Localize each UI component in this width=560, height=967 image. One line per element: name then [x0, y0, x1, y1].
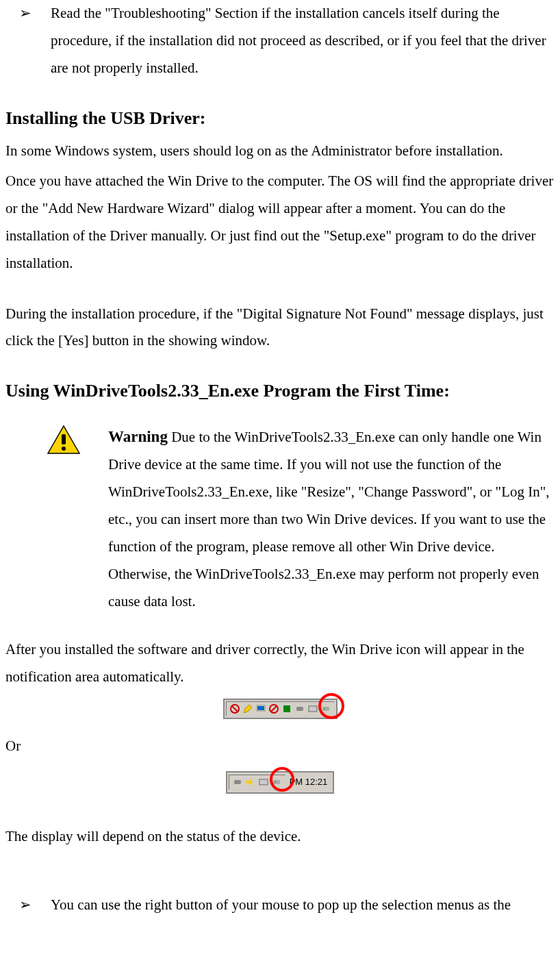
systray-clock: PM 12:21: [285, 774, 332, 791]
tray-monitor-icon: [255, 703, 266, 714]
svg-rect-7: [257, 706, 264, 710]
bullet-text: You can use the right button of your mou…: [45, 892, 555, 919]
tray-volume-icon: [245, 777, 256, 788]
bullet-text: Read the "Troubleshooting" Section if th…: [45, 0, 555, 82]
svg-rect-10: [283, 705, 290, 712]
svg-point-14: [324, 708, 325, 709]
para-display-depends: The display will depend on the status of…: [5, 823, 555, 851]
svg-marker-16: [246, 778, 252, 786]
warning-text: Due to the WinDriveTools2.33_En.exe can …: [108, 429, 550, 610]
bullet-marker-icon: ➢: [19, 892, 31, 919]
svg-rect-12: [309, 706, 317, 712]
warning-triangle-icon: [47, 425, 81, 456]
svg-rect-17: [259, 779, 268, 785]
tray-pencil-icon: [242, 703, 253, 714]
tray-card-icon: [307, 703, 318, 714]
or-text: Or: [5, 733, 555, 760]
svg-rect-15: [234, 780, 241, 784]
para-admin-logon: In some Windows system, users should log…: [5, 138, 555, 165]
warning-icon-container: [47, 422, 108, 616]
svg-rect-11: [296, 707, 303, 711]
warning-content: Warning Due to the WinDriveTools2.33_En.…: [108, 422, 555, 616]
para-attach-device: Once you have attached the Win Drive to …: [5, 168, 555, 277]
tray-windrive-icon: [271, 777, 282, 788]
svg-line-4: [232, 706, 238, 712]
svg-rect-1: [62, 434, 66, 444]
systray-image-2: PM 12:21: [5, 770, 555, 797]
heading-using-windrivetools: Using WinDriveTools2.33_En.exe Program t…: [5, 374, 555, 407]
tray-windrive-icon: [320, 703, 331, 714]
svg-point-19: [275, 781, 276, 783]
svg-rect-13: [322, 707, 329, 711]
svg-line-9: [271, 706, 277, 712]
para-digital-signature: During the installation procedure, if th…: [5, 301, 555, 355]
para-icon-notification: After you installed the software and dri…: [5, 636, 555, 691]
bullet-rightclick: ➢ You can use the right button of your m…: [5, 892, 555, 919]
warning-label: Warning: [108, 428, 168, 445]
tray-card-icon: [258, 777, 269, 788]
svg-marker-5: [244, 705, 252, 713]
tray-nosign-icon: [268, 703, 279, 714]
tray-blocked-icon: [229, 703, 240, 714]
warning-block: Warning Due to the WinDriveTools2.33_En.…: [5, 422, 555, 616]
svg-rect-18: [273, 780, 280, 784]
heading-installing-usb-driver: Installing the USB Driver:: [5, 101, 555, 135]
tray-device-icon: [232, 777, 243, 788]
systray-image-1: [5, 696, 555, 724]
tray-device-icon: [294, 703, 305, 714]
bullet-marker-icon: ➢: [19, 0, 31, 82]
svg-point-2: [62, 447, 66, 451]
tray-green-icon: [281, 703, 292, 714]
bullet-troubleshooting: ➢ Read the "Troubleshooting" Section if …: [5, 0, 555, 82]
